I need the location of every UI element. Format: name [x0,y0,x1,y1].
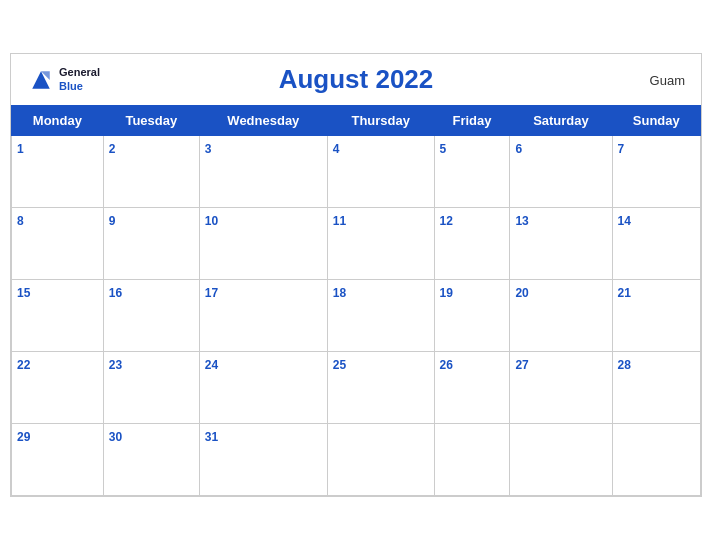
calendar-cell [327,424,434,496]
calendar-cell: 1 [12,136,104,208]
day-number: 12 [440,214,453,228]
weekday-thursday: Thursday [327,106,434,136]
calendar-cell: 10 [199,208,327,280]
calendar-cell: 16 [103,280,199,352]
day-number: 14 [618,214,631,228]
calendar-week-row: 15161718192021 [12,280,701,352]
weekday-saturday: Saturday [510,106,612,136]
day-number: 2 [109,142,116,156]
calendar-cell: 2 [103,136,199,208]
day-number: 29 [17,430,30,444]
day-number: 9 [109,214,116,228]
weekday-tuesday: Tuesday [103,106,199,136]
calendar-cell: 22 [12,352,104,424]
calendar-cell: 23 [103,352,199,424]
day-number: 26 [440,358,453,372]
day-number: 19 [440,286,453,300]
calendar-cell: 28 [612,352,700,424]
day-number: 6 [515,142,522,156]
calendar-header: General Blue August 2022 Guam [11,54,701,105]
calendar-cell: 11 [327,208,434,280]
day-number: 23 [109,358,122,372]
day-number: 30 [109,430,122,444]
logo-icon [27,66,55,94]
weekday-wednesday: Wednesday [199,106,327,136]
weekday-friday: Friday [434,106,510,136]
day-number: 22 [17,358,30,372]
day-number: 25 [333,358,346,372]
calendar-cell: 27 [510,352,612,424]
day-number: 11 [333,214,346,228]
day-number: 20 [515,286,528,300]
calendar-cell: 20 [510,280,612,352]
day-number: 28 [618,358,631,372]
calendar-cell: 19 [434,280,510,352]
day-number: 4 [333,142,340,156]
day-number: 27 [515,358,528,372]
calendar-cell: 13 [510,208,612,280]
calendar-cell: 18 [327,280,434,352]
weekday-header-row: Monday Tuesday Wednesday Thursday Friday… [12,106,701,136]
day-number: 31 [205,430,218,444]
day-number: 7 [618,142,625,156]
day-number: 3 [205,142,212,156]
calendar-cell: 8 [12,208,104,280]
calendar-cell: 4 [327,136,434,208]
calendar: General Blue August 2022 Guam Monday Tue… [10,53,702,497]
day-number: 24 [205,358,218,372]
calendar-cell: 25 [327,352,434,424]
logo-blue-text: Blue [59,80,100,93]
country-label: Guam [650,72,685,87]
calendar-cell [612,424,700,496]
day-number: 16 [109,286,122,300]
calendar-week-row: 293031 [12,424,701,496]
day-number: 1 [17,142,24,156]
calendar-cell: 5 [434,136,510,208]
calendar-cell: 21 [612,280,700,352]
day-number: 15 [17,286,30,300]
calendar-cell: 6 [510,136,612,208]
day-number: 21 [618,286,631,300]
calendar-week-row: 22232425262728 [12,352,701,424]
calendar-cell: 26 [434,352,510,424]
calendar-cell [434,424,510,496]
calendar-cell: 17 [199,280,327,352]
calendar-cell [510,424,612,496]
day-number: 5 [440,142,447,156]
calendar-table: Monday Tuesday Wednesday Thursday Friday… [11,105,701,496]
weekday-sunday: Sunday [612,106,700,136]
logo-area: General Blue [27,66,100,94]
day-number: 18 [333,286,346,300]
calendar-cell: 29 [12,424,104,496]
calendar-cell: 14 [612,208,700,280]
calendar-cell: 7 [612,136,700,208]
calendar-week-row: 1234567 [12,136,701,208]
calendar-cell: 3 [199,136,327,208]
calendar-week-row: 891011121314 [12,208,701,280]
day-number: 8 [17,214,24,228]
calendar-title: August 2022 [279,64,434,95]
weekday-monday: Monday [12,106,104,136]
day-number: 10 [205,214,218,228]
calendar-cell: 12 [434,208,510,280]
day-number: 13 [515,214,528,228]
day-number: 17 [205,286,218,300]
logo-general-text: General [59,66,100,79]
calendar-cell: 24 [199,352,327,424]
calendar-cell: 15 [12,280,104,352]
calendar-cell: 30 [103,424,199,496]
calendar-cell: 9 [103,208,199,280]
calendar-cell: 31 [199,424,327,496]
